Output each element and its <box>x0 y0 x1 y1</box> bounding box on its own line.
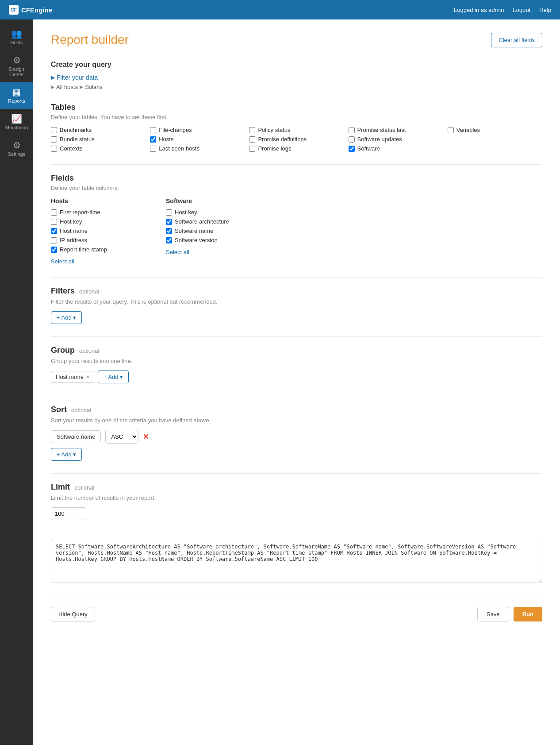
filters-desc: Filter the results of your query. This i… <box>51 298 542 305</box>
tables-section: Tables Define your tables. You have to s… <box>51 103 542 152</box>
checkbox-first-report-time[interactable] <box>51 209 57 216</box>
filter-breadcrumb: ▶ All hosts ▶ Solaris <box>51 84 542 90</box>
table-checkbox-last-seen-hosts[interactable]: Last-seen hosts <box>150 145 245 152</box>
clear-all-button[interactable]: Clear all fields <box>491 33 542 47</box>
create-query-section: Create your query ▶ Filter your data ▶ A… <box>51 61 542 90</box>
hosts-field-col: Hosts First report-time Host key Host na… <box>51 197 122 265</box>
sidebar-item-monitoring[interactable]: 📈 Monitoring <box>0 109 33 135</box>
checkbox-variables[interactable] <box>448 127 454 133</box>
table-checkbox-benchmarks[interactable]: Benchmarks <box>51 127 146 133</box>
logout-link[interactable]: Logout <box>513 7 530 13</box>
hosts-icon: 👥 <box>11 29 22 38</box>
checkbox-software-version[interactable] <box>166 237 172 243</box>
checkbox-host-key-hosts[interactable] <box>51 219 57 225</box>
filters-add-button[interactable]: + Add ▾ <box>51 311 82 324</box>
settings-icon: ⚙ <box>13 141 21 150</box>
app-layout: 👥 Hosts ⚙ Design Center ▦ Reports 📈 Moni… <box>0 19 560 745</box>
sidebar-item-label-monitoring: Monitoring <box>5 125 28 130</box>
sidebar-item-label-reports: Reports <box>8 98 25 104</box>
save-button[interactable]: Save <box>477 607 509 621</box>
sort-heading: Sort <box>51 405 67 414</box>
sql-query-box[interactable]: SELECT Software.SoftwareArchitecture AS … <box>51 539 542 583</box>
field-software-name[interactable]: Software name <box>166 228 237 234</box>
divider3 <box>51 336 542 337</box>
table-checkbox-promise-status-last[interactable]: Promise status last <box>349 127 443 133</box>
breadcrumb-solaris: Solaris <box>85 84 103 90</box>
monitoring-icon: 📈 <box>11 114 22 123</box>
sort-direction-select[interactable]: ASC DESC <box>105 430 138 444</box>
sidebar-item-hosts[interactable]: 👥 Hosts <box>0 24 33 50</box>
breadcrumb-all-hosts: All hosts <box>56 84 78 90</box>
checkbox-promise-logs[interactable] <box>249 146 255 152</box>
checkbox-software-name[interactable] <box>166 228 172 234</box>
sidebar-item-reports[interactable]: ▦ Reports <box>0 82 33 109</box>
breadcrumb-sep2: ▶ <box>80 84 83 90</box>
filters-heading: Filters <box>51 286 75 295</box>
field-software-architecture[interactable]: Software architecture <box>166 218 237 225</box>
checkbox-promise-status-last[interactable] <box>349 127 355 133</box>
checkbox-host-name[interactable] <box>51 228 57 234</box>
checkbox-benchmarks[interactable] <box>51 127 57 133</box>
checkbox-hosts[interactable] <box>150 136 156 143</box>
field-ip-address[interactable]: IP address <box>51 237 122 243</box>
sidebar: 👥 Hosts ⚙ Design Center ▦ Reports 📈 Moni… <box>0 19 33 745</box>
table-checkbox-variables[interactable]: Variables <box>448 127 542 133</box>
table-checkbox-promise-logs[interactable]: Promise logs <box>249 145 344 152</box>
group-items: Host name × + Add ▾ <box>51 371 542 383</box>
checkbox-host-key-sw[interactable] <box>166 209 172 216</box>
field-host-key-sw[interactable]: Host key <box>166 209 237 216</box>
checkbox-report-time-stamp[interactable] <box>51 247 57 253</box>
table-checkbox-software-updates[interactable]: Software updates <box>349 136 443 143</box>
table-checkbox-software[interactable]: Software <box>349 145 443 152</box>
filter-link[interactable]: ▶ Filter your data <box>51 74 542 81</box>
design-center-icon: ⚙ <box>13 56 21 65</box>
checkbox-policy-status[interactable] <box>249 127 255 133</box>
software-col-title: Software <box>166 197 237 205</box>
table-checkbox-contexts[interactable]: Contexts <box>51 145 146 152</box>
hosts-col-title: Hosts <box>51 197 122 205</box>
run-button[interactable]: Run <box>514 607 542 621</box>
field-host-key-hosts[interactable]: Host key <box>51 218 122 225</box>
checkbox-ip-address[interactable] <box>51 237 57 243</box>
group-tag-remove[interactable]: × <box>86 374 89 380</box>
help-link[interactable]: Help <box>539 7 551 13</box>
sidebar-item-settings[interactable]: ⚙ Settings <box>0 135 33 162</box>
sort-field-label: Software name <box>51 430 101 443</box>
checkbox-software[interactable] <box>349 146 355 152</box>
sidebar-item-label-design-center: Design Center <box>4 66 30 77</box>
checkbox-file-changes[interactable] <box>150 127 156 133</box>
limit-heading: Limit <box>51 483 70 491</box>
fields-section: Fields Define your table columns. Hosts … <box>51 174 542 265</box>
checkbox-promise-definitions[interactable] <box>249 136 255 143</box>
breadcrumb-sep1: ▶ <box>51 84 54 90</box>
table-checkbox-hosts[interactable]: Hosts <box>150 136 245 143</box>
group-add-button[interactable]: + Add ▾ <box>98 371 129 383</box>
sidebar-item-design-center[interactable]: ⚙ Design Center <box>0 50 33 82</box>
field-software-version[interactable]: Software version <box>166 237 237 243</box>
checkbox-bundle-status[interactable] <box>51 136 57 143</box>
checkbox-software-architecture[interactable] <box>166 219 172 225</box>
field-first-report-time[interactable]: First report-time <box>51 209 122 216</box>
limit-input[interactable] <box>51 507 86 520</box>
fields-columns: Hosts First report-time Host key Host na… <box>51 197 542 265</box>
table-checkbox-file-changes[interactable]: File-changes <box>150 127 245 133</box>
checkbox-last-seen-hosts[interactable] <box>150 146 156 152</box>
hide-query-button[interactable]: Hide Query <box>51 607 95 621</box>
field-host-name[interactable]: Host name <box>51 228 122 234</box>
software-field-col: Software Host key Software architecture … <box>166 197 237 265</box>
table-checkbox-promise-definitions[interactable]: Promise definitions <box>249 136 344 143</box>
table-checkbox-policy-status[interactable]: Policy status <box>249 127 344 133</box>
checkbox-software-updates[interactable] <box>349 136 355 143</box>
sort-remove-button[interactable]: ✕ <box>143 432 149 441</box>
hosts-select-all[interactable]: Select all <box>51 258 74 265</box>
sort-section: Sort optional Sort your results by one o… <box>51 405 542 461</box>
checkbox-contexts[interactable] <box>51 146 57 152</box>
software-select-all[interactable]: Select all <box>166 249 189 255</box>
table-checkbox-bundle-status[interactable]: Bundle status <box>51 136 146 143</box>
field-report-time-stamp[interactable]: Report time-stamp <box>51 246 122 253</box>
footer-right: Save Run <box>477 607 542 621</box>
filters-section: Filters optional Filter the results of y… <box>51 286 542 324</box>
sort-add-button[interactable]: + Add ▾ <box>51 448 82 461</box>
app-logo: CF CFEngine <box>9 5 52 15</box>
page-title: Report builder <box>51 33 129 47</box>
